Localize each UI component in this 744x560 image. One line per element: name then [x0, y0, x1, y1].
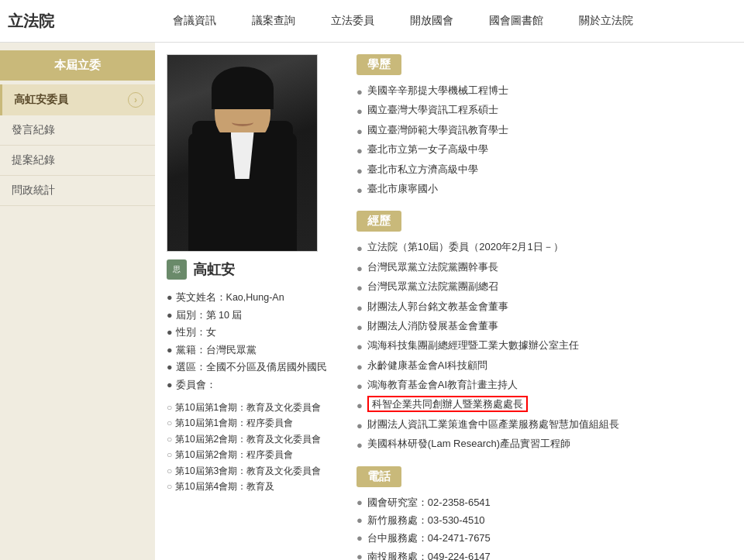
phone-list: ● 國會研究室：02-2358-6541 ● 新竹服務處：03-530-4510…: [356, 493, 728, 560]
photo-silhouette: [167, 55, 317, 251]
committee-item-0: ○ 第10屆第1會期：教育及文化委員會: [167, 400, 329, 415]
committee-section: ○ 第10屆第1會期：教育及文化委員會 ○ 第10屆第1會期：程序委員會 ○ 第…: [167, 400, 329, 494]
edu-item-1: ●國立臺灣大學資訊工程系碩士: [356, 101, 728, 120]
sidebar-item-active[interactable]: 高虹安委員 ›: [0, 84, 155, 115]
info-term: ● 屆別：第 10 屆: [167, 307, 329, 325]
education-list: ●美國辛辛那提大學機械工程博士 ●國立臺灣大學資訊工程系碩士 ●國立臺灣師範大學…: [356, 81, 728, 199]
person-info-list: ● 英文姓名：Kao,Hung-An ● 屆別：第 10 屆 ● 性別：女 ● …: [167, 289, 329, 393]
phone-item-1: ● 新竹服務處：03-530-4510: [356, 511, 728, 529]
phone-item-3: ● 南投服務處：049-224-6147: [356, 548, 728, 560]
exp-item-0: ●立法院（第10屆）委員（2020年2月1日－）: [356, 238, 728, 257]
education-header: 學歷: [356, 54, 401, 75]
sidebar-active-label: 高虹安委員: [14, 93, 68, 107]
phone-section: 電話 ● 國會研究室：02-2358-6541 ● 新竹服務處：03-530-4…: [356, 462, 728, 560]
committee-item-1: ○ 第10屆第1會期：程序委員會: [167, 415, 329, 431]
experience-header: 經歷: [356, 211, 401, 232]
info-committee-header: ● 委員會：: [167, 376, 329, 394]
phone-header: 電話: [356, 466, 401, 487]
info-district: ● 選區：全國不分區及僑居國外國民: [167, 359, 329, 376]
phone-item-0: ● 國會研究室：02-2358-6541: [356, 493, 728, 511]
education-section: 學歷 ●美國辛辛那提大學機械工程博士 ●國立臺灣大學資訊工程系碩士 ●國立臺灣師…: [356, 50, 728, 199]
nav-library[interactable]: 國會圖書館: [483, 10, 549, 32]
header: 立法院 會議資訊 議案查詢 立法委員 開放國會 國會圖書館 關於立法院: [0, 0, 744, 43]
exp-item-10: ●美國科林研發(Lam Research)產品實習工程師: [356, 435, 728, 454]
committee-item-2: ○ 第10屆第2會期：教育及文化委員會: [167, 431, 329, 447]
edu-item-5: ●臺北市康寧國小: [356, 180, 728, 199]
committee-item-5: ○ 第10屆第4會期：教育及: [167, 479, 329, 494]
sidebar-item-stats[interactable]: 問政統計: [0, 176, 155, 206]
sidebar-arrow-icon: ›: [128, 92, 143, 108]
content-area: 本屆立委 高虹安委員 › 發言紀錄 提案紀錄 問政統計: [0, 43, 744, 560]
info-english-name: ● 英文姓名：Kao,Hung-An: [167, 289, 329, 307]
main-content: 思 高虹安 ● 英文姓名：Kao,Hung-An ● 屆別：第 10 屆 ● 性…: [155, 43, 744, 560]
sidebar-title: 本屆立委: [0, 50, 155, 81]
exp-item-8-highlighted: ● 科智企業共同創辦人暨業務處處長: [356, 395, 728, 414]
person-photo: [167, 54, 318, 252]
nav-about[interactable]: 關於立法院: [573, 10, 639, 32]
detail-panel: 學歷 ●美國辛辛那提大學機械工程博士 ●國立臺灣大學資訊工程系碩士 ●國立臺灣師…: [341, 43, 744, 560]
exp-item-4: ●財團法人消防發展基金會董事: [356, 317, 728, 336]
nav-bill-search[interactable]: 議案查詢: [246, 10, 301, 32]
exp-item-5: ●鴻海科技集團副總經理暨工業大數據辦公室主任: [356, 336, 728, 356]
exp-item-7: ●鴻海教育基金會AI教育計畫主持人: [356, 376, 728, 395]
exp-item-1: ●台灣民眾黨立法院黨團幹事長: [356, 258, 728, 277]
info-party: ● 黨籍：台灣民眾黨: [167, 342, 329, 359]
logo-text: 立法院: [8, 11, 54, 32]
person-name: 高虹安: [193, 260, 235, 279]
sidebar: 本屆立委 高虹安委員 › 發言紀錄 提案紀錄 問政統計: [0, 43, 155, 560]
phone-item-2: ● 台中服務處：04-2471-7675: [356, 529, 728, 547]
exp-item-3: ●財團法人郭台銘文教基金會董事: [356, 297, 728, 317]
exp-item-9: ●財團法人資訊工業策進會中區產業服務處智慧加值組組長: [356, 415, 728, 435]
edu-item-2: ●國立臺灣師範大學資訊教育學士: [356, 121, 728, 140]
committee-item-4: ○ 第10屆第3會期：教育及文化委員會: [167, 463, 329, 479]
highlighted-experience: 科智企業共同創辦人暨業務處處長: [367, 396, 528, 412]
edu-item-3: ●臺北市立第一女子高級中學: [356, 140, 728, 160]
exp-item-6: ●永齡健康基金會AI科技顧問: [356, 356, 728, 376]
person-panel: 思 高虹安 ● 英文姓名：Kao,Hung-An ● 屆別：第 10 屆 ● 性…: [155, 43, 341, 560]
edu-item-0: ●美國辛辛那提大學機械工程博士: [356, 81, 728, 101]
experience-section: 經歷 ●立法院（第10屆）委員（2020年2月1日－） ●台灣民眾黨立法院黨團幹…: [356, 207, 728, 454]
exp-item-2: ●台灣民眾黨立法院黨團副總召: [356, 277, 728, 297]
info-gender: ● 性別：女: [167, 324, 329, 342]
nav-legislators[interactable]: 立法委員: [325, 10, 381, 32]
name-row: 思 高虹安: [167, 259, 329, 280]
committee-item-3: ○ 第10屆第2會期：程序委員會: [167, 447, 329, 462]
edu-item-4: ●臺北市私立方濟高級中學: [356, 160, 728, 180]
main-nav: 會議資訊 議案查詢 立法委員 開放國會 國會圖書館 關於立法院: [70, 10, 736, 32]
logo: 立法院: [8, 11, 70, 32]
sidebar-item-proposal[interactable]: 提案紀錄: [0, 146, 155, 176]
party-badge: 思: [167, 259, 187, 280]
nav-meeting-info[interactable]: 會議資訊: [167, 10, 222, 32]
experience-list: ●立法院（第10屆）委員（2020年2月1日－） ●台灣民眾黨立法院黨團幹事長 …: [356, 238, 728, 454]
nav-open-parliament[interactable]: 開放國會: [404, 10, 460, 32]
sidebar-item-speech[interactable]: 發言紀錄: [0, 115, 155, 146]
